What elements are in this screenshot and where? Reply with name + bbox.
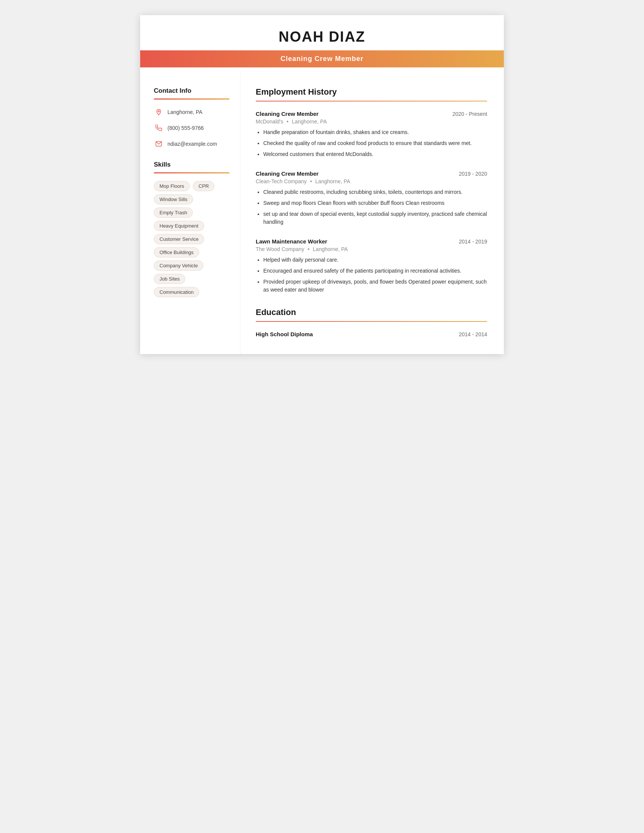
education-section: Education High School Diploma 2014 - 201… (256, 307, 487, 338)
email-icon (154, 139, 164, 149)
candidate-name: NOAH DIAZ (140, 29, 504, 45)
job-header-2: Cleaning Crew Member 2019 - 2020 (256, 170, 487, 177)
education-section-title: Education (256, 307, 487, 317)
skill-job-sites: Job Sites (154, 274, 185, 284)
skill-empty-trash: Empty Trash (154, 207, 193, 218)
employment-section-title: Employment History (256, 87, 487, 97)
resume-header: NOAH DIAZ Cleaning Crew Member (140, 15, 504, 74)
job-header-3: Lawn Maintenance Worker 2014 - 2019 (256, 238, 487, 244)
skills-section: Skills Mop Floors CPR Window Sills Empty… (154, 161, 230, 297)
employment-divider (256, 101, 487, 101)
bullet-1-1: Handle preparation of fountain drinks, s… (263, 129, 487, 136)
location-icon (154, 107, 164, 117)
skill-customer-service: Customer Service (154, 234, 204, 244)
job-entry-2: Cleaning Crew Member 2019 - 2020 Clean-T… (256, 170, 487, 226)
skill-company-vehicle: Company Vehicle (154, 261, 203, 271)
skill-window-sills: Window Sills (154, 194, 193, 204)
education-divider (256, 321, 487, 322)
skills-tags: Mop Floors CPR Window Sills Empty Trash … (154, 181, 230, 297)
job-bullets-3: Helped with daily personal care. Encoura… (263, 256, 487, 294)
phone-icon (154, 123, 164, 133)
skill-communication: Communication (154, 287, 199, 297)
job-title-2: Cleaning Crew Member (256, 170, 319, 177)
contact-section-title: Contact Info (154, 87, 230, 95)
edu-title-1: High School Diploma (256, 331, 313, 338)
location-text: Langhorne, PA (167, 109, 202, 115)
bullet-2-1: Cleaned public restrooms, including scru… (263, 188, 487, 196)
job-title-1: Cleaning Crew Member (256, 111, 319, 117)
skill-mop-floors: Mop Floors (154, 181, 190, 191)
candidate-title: Cleaning Crew Member (280, 55, 363, 63)
main-content: Employment History Cleaning Crew Member … (241, 74, 504, 354)
resume-container: NOAH DIAZ Cleaning Crew Member Contact I… (140, 15, 504, 354)
job-header-1: Cleaning Crew Member 2020 - Present (256, 111, 487, 117)
job-entry-3: Lawn Maintenance Worker 2014 - 2019 The … (256, 238, 487, 294)
employment-section: Employment History Cleaning Crew Member … (256, 87, 487, 294)
bullet-1-2: Checked the quality of raw and cooked fo… (263, 139, 487, 147)
skills-section-title: Skills (154, 161, 230, 169)
job-company-3: The Wood Company • Langhorne, PA (256, 246, 487, 252)
job-entry-1: Cleaning Crew Member 2020 - Present McDo… (256, 111, 487, 158)
job-dates-2: 2019 - 2020 (459, 171, 487, 177)
skill-cpr: CPR (193, 181, 214, 191)
phone-text: (800) 555-9766 (167, 125, 204, 131)
contact-email: ndiaz@example.com (154, 139, 230, 149)
skills-divider (154, 172, 230, 174)
job-company-2: Clean-Tech Company • Langhorne, PA (256, 178, 487, 184)
contact-phone: (800) 555-9766 (154, 123, 230, 133)
bullet-1-3: Welcomed customers that entered McDonald… (263, 150, 487, 158)
bullet-2-2: Sweep and mop floors Clean floors with s… (263, 199, 487, 207)
contact-location: Langhorne, PA (154, 107, 230, 117)
title-banner: Cleaning Crew Member (140, 50, 504, 68)
bullet-3-3: Provided proper upkeep of driveways, poo… (263, 278, 487, 294)
bullet-3-1: Helped with daily personal care. (263, 256, 487, 264)
svg-point-0 (158, 111, 159, 112)
skill-office-buildings: Office Buildings (154, 247, 199, 257)
job-title-3: Lawn Maintenance Worker (256, 238, 327, 244)
body-layout: Contact Info Langhorne, PA (800) 55 (140, 74, 504, 354)
edu-entry-1: High School Diploma 2014 - 2014 (256, 331, 487, 338)
bullet-3-2: Encouraged and ensured safety of the pat… (263, 267, 487, 275)
sidebar: Contact Info Langhorne, PA (800) 55 (140, 74, 241, 354)
contact-divider (154, 98, 230, 100)
job-bullets-2: Cleaned public restrooms, including scru… (263, 188, 487, 226)
edu-dates-1: 2014 - 2014 (459, 331, 487, 338)
skill-heavy-equipment: Heavy Equipment (154, 221, 204, 231)
job-bullets-1: Handle preparation of fountain drinks, s… (263, 129, 487, 158)
email-text: ndiaz@example.com (167, 141, 217, 147)
job-dates-3: 2014 - 2019 (459, 238, 487, 244)
bullet-2-3: set up and tear down of special events, … (263, 210, 487, 226)
job-company-1: McDonald's • Langhorne, PA (256, 119, 487, 125)
job-dates-1: 2020 - Present (452, 111, 487, 117)
